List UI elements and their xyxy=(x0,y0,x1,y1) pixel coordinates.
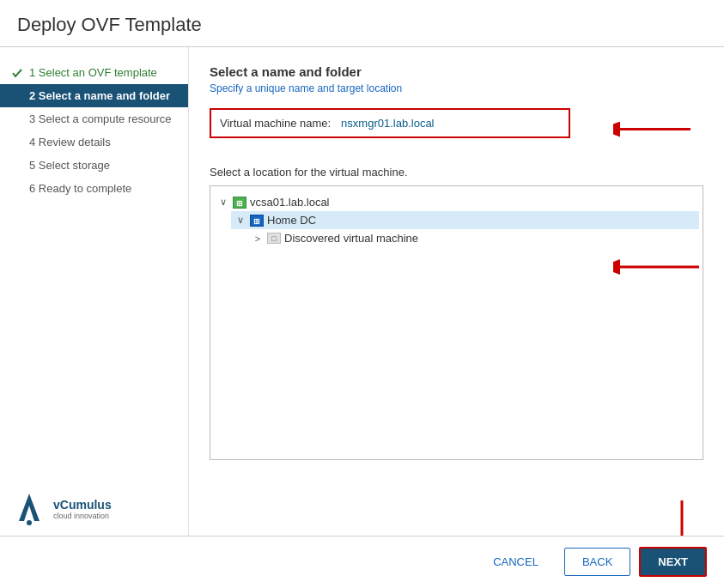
logo-brand: vCumulus xyxy=(53,498,112,512)
tree-label-discovered: Discovered virtual machine xyxy=(284,232,418,245)
tree-label-homedc: Home DC xyxy=(267,214,316,227)
sidebar-item-step5[interactable]: 5 Select storage xyxy=(0,154,188,177)
folder-icon: □ xyxy=(267,233,281,244)
sidebar-item-step1[interactable]: 1 Select an OVF template xyxy=(0,61,188,84)
cancel-button[interactable]: CANCEL xyxy=(476,549,556,575)
vm-name-input[interactable] xyxy=(341,117,513,130)
datacenter-icon: ⊞ xyxy=(233,197,246,209)
tree-item-vcsa01[interactable]: ∨ ⊞ vcsa01.lab.local xyxy=(214,193,699,211)
page-title: Deploy OVF Template xyxy=(0,0,724,47)
sidebar: 1 Select an OVF template 2 Select a name… xyxy=(0,47,189,536)
logo-tagline: cloud innovation xyxy=(53,512,112,520)
expand-icon-discovered[interactable]: > xyxy=(252,233,264,244)
logo: vCumulus cloud innovation xyxy=(10,490,112,528)
arrow-to-input xyxy=(613,116,699,144)
tree-label-vcsa01: vcsa01.lab.local xyxy=(250,196,330,209)
vm-name-label: Virtual machine name: xyxy=(220,117,331,130)
logo-icon xyxy=(10,490,48,528)
arrow-to-next xyxy=(669,500,695,536)
sidebar-item-step3[interactable]: 3 Select a compute resource xyxy=(0,107,188,130)
next-button[interactable]: NEXT xyxy=(639,547,707,577)
checkmark-icon xyxy=(10,67,24,79)
tree-container: ∨ ⊞ vcsa01.lab.local ∨ ⊞ Home DC > □ Dis… xyxy=(210,185,703,460)
tree-item-homedc[interactable]: ∨ ⊞ Home DC xyxy=(231,211,699,229)
svg-point-0 xyxy=(27,520,32,525)
expand-icon-homedc[interactable]: ∨ xyxy=(234,215,246,226)
back-button[interactable]: BACK xyxy=(564,548,630,576)
vm-name-row: Virtual machine name: xyxy=(210,108,570,138)
section-subtitle: Specify a unique name and target locatio… xyxy=(210,82,703,94)
location-label: Select a location for the virtual machin… xyxy=(210,166,703,179)
sidebar-item-step4[interactable]: 4 Review details xyxy=(0,130,188,154)
tree-item-discovered[interactable]: > □ Discovered virtual machine xyxy=(248,229,699,247)
section-title: Select a name and folder xyxy=(210,64,703,79)
dc-icon: ⊞ xyxy=(250,215,264,227)
footer: CANCEL BACK NEXT xyxy=(0,536,724,587)
content-area: Select a name and folder Specify a uniqu… xyxy=(189,47,724,536)
sidebar-item-step2[interactable]: 2 Select a name and folder xyxy=(0,84,188,107)
sidebar-item-step6[interactable]: 6 Ready to complete xyxy=(0,177,188,200)
expand-icon-vcsa01[interactable]: ∨ xyxy=(217,197,229,208)
